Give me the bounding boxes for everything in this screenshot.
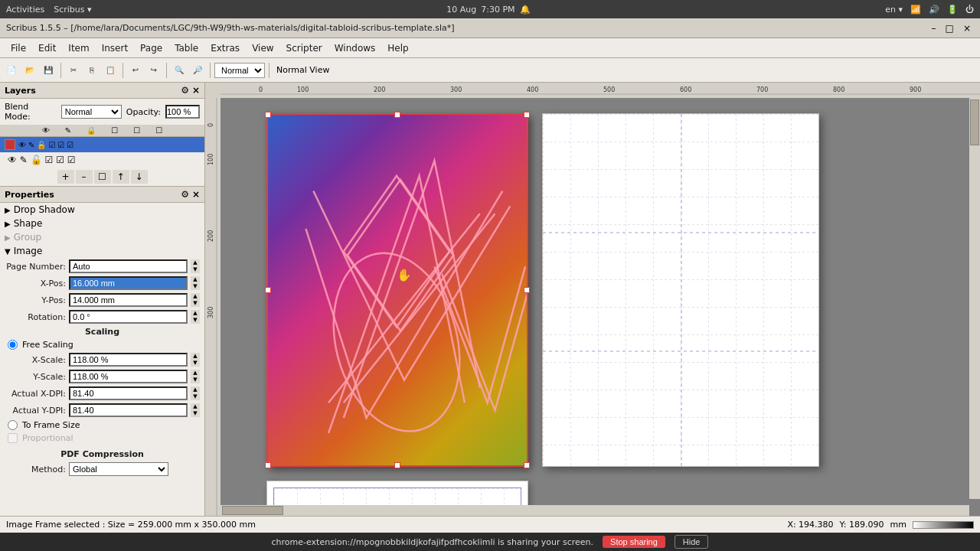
layer-down-btn[interactable]: ↓ [131,170,148,184]
menu-scripter[interactable]: Scripter [280,41,328,55]
spin-up[interactable]: ▲ [191,259,200,266]
handle-bc[interactable] [394,462,400,468]
ydpi-spin-up[interactable]: ▲ [191,403,200,410]
hscroll-thumb[interactable] [222,506,283,515]
layer-remove-btn[interactable]: – [76,170,93,184]
drop-shadow-row[interactable]: ▶ Drop Shadow [0,203,204,217]
handle-tl[interactable] [265,112,271,118]
toolbar-save[interactable]: 💾 [40,62,57,79]
maximize-button[interactable]: □ [942,23,957,34]
power-icon[interactable]: ⏻ [965,5,974,15]
menu-help[interactable]: Help [381,41,414,55]
horizontal-scrollbar[interactable] [220,505,969,516]
toolbar-new[interactable]: 📄 [3,62,20,79]
yscale-spin-up[interactable]: ▲ [191,370,200,377]
xpos-spin-up[interactable]: ▲ [191,276,200,283]
toolbar-redo[interactable]: ↪ [145,62,162,79]
xdpi-spin-down[interactable]: ▼ [191,393,200,400]
xscale-spin-up[interactable]: ▲ [191,353,200,360]
l1-eye[interactable]: 👁 [18,141,26,149]
lang-selector[interactable]: en ▾ [885,5,903,15]
menu-view[interactable]: View [246,41,279,55]
activities-label[interactable]: Activities [6,5,44,15]
to-frame-radio[interactable] [8,420,18,430]
xscale-spin-down[interactable]: ▼ [191,360,200,367]
xdpi-spin-up[interactable]: ▲ [191,386,200,393]
props-settings-icon[interactable]: ⚙ [181,189,189,200]
toolbar-copy[interactable]: ⎘ [83,62,100,79]
close-button[interactable]: × [960,23,974,34]
layer-up-btn[interactable]: ↑ [113,170,129,184]
rotation-spin-down[interactable]: ▼ [191,317,200,324]
handle-tr[interactable] [524,112,530,118]
toolbar-undo[interactable]: ↩ [127,62,144,79]
l2-lock[interactable]: 🔓 [31,155,42,165]
l2-edit[interactable]: ✎ [20,155,28,165]
yscale-input[interactable] [69,370,188,383]
spin-down[interactable]: ▼ [191,266,200,273]
handle-mr[interactable] [524,287,530,293]
layer-add-btn[interactable]: + [57,170,74,184]
free-scaling-radio[interactable] [8,340,18,350]
image-row[interactable]: ▼ Image [0,244,204,258]
l1-check2[interactable]: ☑ [57,141,64,149]
menu-file[interactable]: File [5,41,32,55]
ypos-spin-up[interactable]: ▲ [191,293,200,300]
xpos-spin-down[interactable]: ▼ [191,283,200,290]
app-label[interactable]: Scribus ▾ [54,5,91,15]
l2-check1[interactable]: ☑ [45,155,54,165]
handle-br[interactable] [524,462,530,468]
menu-insert[interactable]: Insert [96,41,134,55]
handle-ml[interactable] [265,287,271,293]
menu-windows[interactable]: Windows [328,41,382,55]
ydpi-input[interactable] [69,403,188,417]
vertical-scrollbar[interactable] [969,98,980,499]
hide-button[interactable]: Hide [675,535,709,549]
layers-close-icon[interactable]: × [192,85,200,96]
l2-check3[interactable]: ☑ [67,155,76,165]
l1-edit[interactable]: ✎ [28,141,34,149]
l1-lock[interactable]: 🔓 [37,141,46,149]
view-mode-select[interactable]: Normal [214,63,265,78]
minimize-button[interactable]: – [929,23,939,34]
props-close-icon[interactable]: × [192,189,200,200]
rotation-spin-up[interactable]: ▲ [191,310,200,317]
xscale-input[interactable] [69,353,188,367]
blend-mode-select[interactable]: Normal [61,105,122,119]
l1-check3[interactable]: ☑ [67,141,74,149]
xpos-input[interactable] [69,276,188,290]
l2-eye[interactable]: 👁 [8,155,17,165]
handle-tc[interactable] [394,112,400,118]
yscale-spin-down[interactable]: ▼ [191,377,200,383]
layer-dup-btn[interactable]: ☐ [94,170,111,184]
toolbar-zoom-in[interactable]: 🔍 [171,62,188,79]
ydpi-spin-down[interactable]: ▼ [191,410,200,417]
l2-check2[interactable]: ☑ [56,155,64,165]
layer-row-2[interactable]: 👁 ✎ 🔓 ☑ ☑ ☑ [0,152,204,168]
shape-row[interactable]: ▶ Shape [0,217,204,230]
menu-item[interactable]: Item [62,41,95,55]
layer-row-1[interactable]: 👁 ✎ 🔓 ☑ ☑ ☑ [0,137,204,152]
rotation-input[interactable] [69,310,188,324]
page-number-input[interactable] [69,259,188,273]
group-row[interactable]: ▶ Group [0,230,204,244]
menu-edit[interactable]: Edit [32,41,62,55]
menu-page[interactable]: Page [134,41,168,55]
menu-extras[interactable]: Extras [204,41,246,55]
ypos-input[interactable] [69,293,188,307]
canvas-area[interactable]: 0 100 200 300 400 500 600 700 800 900 0 … [205,83,980,516]
vscroll-thumb[interactable] [970,99,979,145]
toolbar-cut[interactable]: ✂ [65,62,82,79]
opacity-input[interactable] [165,105,200,119]
handle-bl[interactable] [265,462,271,468]
stop-sharing-button[interactable]: Stop sharing [603,536,665,548]
toolbar-paste[interactable]: 📋 [102,62,119,79]
ypos-spin-down[interactable]: ▼ [191,300,200,307]
toolbar-open[interactable]: 📂 [21,62,38,79]
method-select[interactable]: Global [69,462,168,476]
l1-check1[interactable]: ☑ [48,141,55,149]
menu-table[interactable]: Table [168,41,204,55]
proportional-checkbox[interactable] [8,433,18,443]
layers-settings-icon[interactable]: ⚙ [181,85,189,96]
xdpi-input[interactable] [69,386,188,400]
